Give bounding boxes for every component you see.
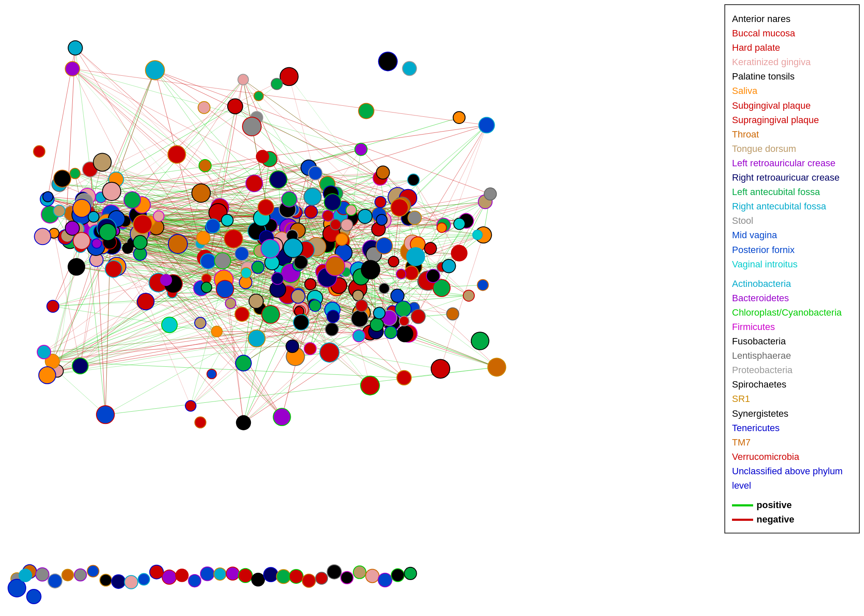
edge-label-text: positive — [757, 498, 792, 512]
legend-border-item: Proteobacteria — [732, 363, 852, 377]
legend-border-item: Unclassified above phylum level — [732, 464, 852, 493]
legend-node-item: Buccal mucosa — [732, 26, 852, 41]
legend-edge-item: negative — [732, 512, 852, 527]
legend-node-item: Stool — [732, 214, 852, 228]
legend-edge-item: positive — [732, 498, 852, 512]
legend-panel: Anterior naresBuccal mucosaHard palateKe… — [724, 4, 860, 534]
legend-node-item: Mid vagina — [732, 228, 852, 242]
legend-border-item: Tenericutes — [732, 421, 852, 435]
legend-border-item: TM7 — [732, 435, 852, 450]
edge-color-legend: positivenegative — [732, 498, 852, 527]
node-color-legend: Anterior naresBuccal mucosaHard palateKe… — [732, 12, 852, 272]
legend-border-item: Fusobacteria — [732, 334, 852, 349]
border-color-legend: ActinobacteriaBacteroidetesChloroplast/C… — [732, 277, 852, 493]
legend-border-item: Lentisphaerae — [732, 349, 852, 363]
legend-node-item: Saliva — [732, 84, 852, 98]
legend-node-item: Palatine tonsils — [732, 69, 852, 84]
edge-line-sample — [732, 519, 753, 521]
legend-node-item: Keratinized gingiva — [732, 55, 852, 69]
network-graph — [0, 0, 694, 616]
legend-node-item: Left antecubital fossa — [732, 185, 852, 199]
legend-node-item: Subgingival plaque — [732, 99, 852, 113]
legend-node-item: Supragingival plaque — [732, 113, 852, 127]
legend-node-item: Right retroauricuar crease — [732, 170, 852, 185]
legend-node-item: Vaginal introitus — [732, 257, 852, 272]
legend-border-item: Firmicutes — [732, 320, 852, 334]
edge-line-sample — [732, 504, 753, 506]
edge-label-text: negative — [757, 512, 794, 527]
legend-border-item: Bacteroidetes — [732, 291, 852, 305]
legend-node-item: Tongue dorsum — [732, 142, 852, 156]
legend-node-item: Right antecubital fossa — [732, 199, 852, 214]
legend-border-item: Spirochaetes — [732, 377, 852, 392]
legend-border-item: Synergistetes — [732, 407, 852, 421]
legend-border-item: Chloroplast/Cyanobacteria — [732, 305, 852, 320]
legend-border-item: Actinobacteria — [732, 277, 852, 291]
legend-border-item: SR1 — [732, 392, 852, 406]
legend-border-item: Verrucomicrobia — [732, 450, 852, 464]
legend-node-item: Anterior nares — [732, 12, 852, 26]
legend-node-item: Posterior fornix — [732, 243, 852, 257]
legend-node-item: Throat — [732, 127, 852, 142]
legend-node-item: Hard palate — [732, 41, 852, 55]
legend-node-item: Left retroauricular crease — [732, 156, 852, 170]
